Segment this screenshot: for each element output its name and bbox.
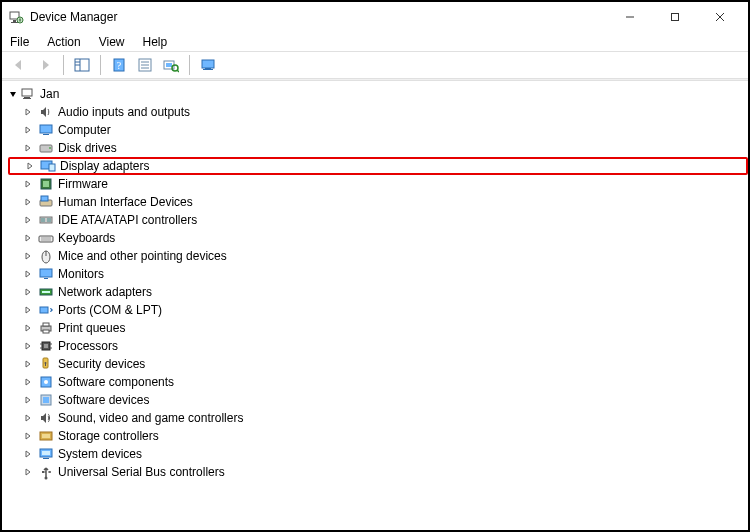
menu-help[interactable]: Help bbox=[143, 35, 168, 49]
svg-rect-29 bbox=[40, 125, 52, 133]
chevron-right-icon[interactable] bbox=[26, 162, 36, 170]
tree-items-container: Audio inputs and outputsComputerDisk dri… bbox=[6, 103, 748, 481]
devices-button[interactable] bbox=[197, 54, 219, 76]
chevron-right-icon[interactable] bbox=[24, 360, 34, 368]
chevron-right-icon[interactable] bbox=[24, 288, 34, 296]
chevron-right-icon[interactable] bbox=[24, 342, 34, 350]
properties-button[interactable] bbox=[134, 54, 156, 76]
chevron-right-icon[interactable] bbox=[24, 468, 34, 476]
tree-item-label: Sound, video and game controllers bbox=[58, 411, 243, 425]
tree-item-label: IDE ATA/ATAPI controllers bbox=[58, 213, 197, 227]
caret-open-icon[interactable] bbox=[8, 89, 18, 99]
tree-item[interactable]: Mice and other pointing devices bbox=[6, 247, 748, 265]
menu-file[interactable]: File bbox=[10, 35, 29, 49]
chevron-right-icon[interactable] bbox=[24, 396, 34, 404]
tree-item-label: Display adapters bbox=[60, 159, 149, 173]
tree-item[interactable]: IDE ATA/ATAPI controllers bbox=[6, 211, 748, 229]
svg-rect-50 bbox=[42, 291, 50, 293]
chevron-right-icon[interactable] bbox=[24, 144, 34, 152]
tree-item[interactable]: Firmware bbox=[6, 175, 748, 193]
tree-item[interactable]: Print queues bbox=[6, 319, 748, 337]
svg-rect-41 bbox=[47, 218, 51, 222]
chevron-right-icon[interactable] bbox=[24, 252, 34, 260]
chevron-right-icon[interactable] bbox=[24, 180, 34, 188]
svg-rect-72 bbox=[43, 458, 49, 459]
tree-item-label: Keyboards bbox=[58, 231, 115, 245]
tree-item-label: Human Interface Devices bbox=[58, 195, 193, 209]
svg-rect-47 bbox=[40, 269, 52, 277]
tree-item[interactable]: Keyboards bbox=[6, 229, 748, 247]
chevron-right-icon[interactable] bbox=[24, 270, 34, 278]
svg-rect-71 bbox=[42, 451, 50, 455]
tree-item[interactable]: Audio inputs and outputs bbox=[6, 103, 748, 121]
svg-rect-53 bbox=[43, 323, 49, 326]
back-button[interactable] bbox=[8, 54, 30, 76]
scan-hardware-button[interactable] bbox=[160, 54, 182, 76]
tree-item[interactable]: Display adapters bbox=[8, 157, 748, 175]
tree-item[interactable]: Processors bbox=[6, 337, 748, 355]
svg-rect-56 bbox=[44, 344, 48, 348]
tree-item[interactable]: Sound, video and game controllers bbox=[6, 409, 748, 427]
svg-rect-42 bbox=[39, 236, 53, 242]
menu-view[interactable]: View bbox=[99, 35, 125, 49]
chevron-right-icon[interactable] bbox=[24, 216, 34, 224]
svg-rect-34 bbox=[49, 164, 55, 171]
tree-item[interactable]: Software components bbox=[6, 373, 748, 391]
chevron-right-icon[interactable] bbox=[24, 432, 34, 440]
chevron-right-icon[interactable] bbox=[24, 126, 34, 134]
minimize-button[interactable] bbox=[607, 3, 652, 31]
tree-item-label: Computer bbox=[58, 123, 111, 137]
chevron-right-icon[interactable] bbox=[24, 108, 34, 116]
tree-item-label: Software components bbox=[58, 375, 174, 389]
keyboard-icon bbox=[38, 230, 54, 246]
forward-button[interactable] bbox=[34, 54, 56, 76]
tree-item[interactable]: Universal Serial Bus controllers bbox=[6, 463, 748, 481]
device-tree[interactable]: Jan Audio inputs and outputsComputerDisk… bbox=[2, 81, 748, 530]
window-title: Device Manager bbox=[30, 10, 607, 24]
tree-item[interactable]: Computer bbox=[6, 121, 748, 139]
tree-item[interactable]: Monitors bbox=[6, 265, 748, 283]
tree-item-label: Storage controllers bbox=[58, 429, 159, 443]
tree-item[interactable]: Ports (COM & LPT) bbox=[6, 301, 748, 319]
show-hide-tree-button[interactable] bbox=[71, 54, 93, 76]
chevron-right-icon[interactable] bbox=[24, 450, 34, 458]
tree-item-label: Monitors bbox=[58, 267, 104, 281]
tree-item[interactable]: Software devices bbox=[6, 391, 748, 409]
storage-icon bbox=[38, 428, 54, 444]
svg-rect-67 bbox=[43, 397, 49, 403]
tree-item-label: Print queues bbox=[58, 321, 125, 335]
tree-item[interactable]: Disk drives bbox=[6, 139, 748, 157]
chevron-right-icon[interactable] bbox=[24, 378, 34, 386]
tree-item[interactable]: Security devices bbox=[6, 355, 748, 373]
help-button[interactable]: ? bbox=[108, 54, 130, 76]
svg-text:?: ? bbox=[117, 60, 122, 71]
chevron-right-icon[interactable] bbox=[24, 414, 34, 422]
chevron-right-icon[interactable] bbox=[24, 198, 34, 206]
chevron-right-icon[interactable] bbox=[24, 234, 34, 242]
menu-action[interactable]: Action bbox=[47, 35, 80, 49]
ports-icon bbox=[38, 302, 54, 318]
toolbar-separator bbox=[63, 55, 64, 75]
computer-root-icon bbox=[20, 86, 36, 102]
chevron-right-icon[interactable] bbox=[24, 306, 34, 314]
maximize-button[interactable] bbox=[652, 3, 697, 31]
menubar: File Action View Help bbox=[2, 32, 748, 52]
hid-icon bbox=[38, 194, 54, 210]
svg-rect-63 bbox=[45, 363, 46, 366]
toolbar: ? bbox=[2, 52, 748, 78]
tree-item-label: Network adapters bbox=[58, 285, 152, 299]
toolbar-separator bbox=[100, 55, 101, 75]
tree-item-label: Firmware bbox=[58, 177, 108, 191]
tree-root-row[interactable]: Jan bbox=[6, 85, 748, 103]
chevron-right-icon[interactable] bbox=[24, 324, 34, 332]
tree-item[interactable]: System devices bbox=[6, 445, 748, 463]
tree-item[interactable]: Storage controllers bbox=[6, 427, 748, 445]
mouse-icon bbox=[38, 248, 54, 264]
tree-item[interactable]: Human Interface Devices bbox=[6, 193, 748, 211]
network-icon bbox=[38, 284, 54, 300]
tree-item[interactable]: Network adapters bbox=[6, 283, 748, 301]
ide-icon bbox=[38, 212, 54, 228]
svg-rect-69 bbox=[42, 434, 50, 438]
tree-item-label: Processors bbox=[58, 339, 118, 353]
close-button[interactable] bbox=[697, 3, 742, 31]
